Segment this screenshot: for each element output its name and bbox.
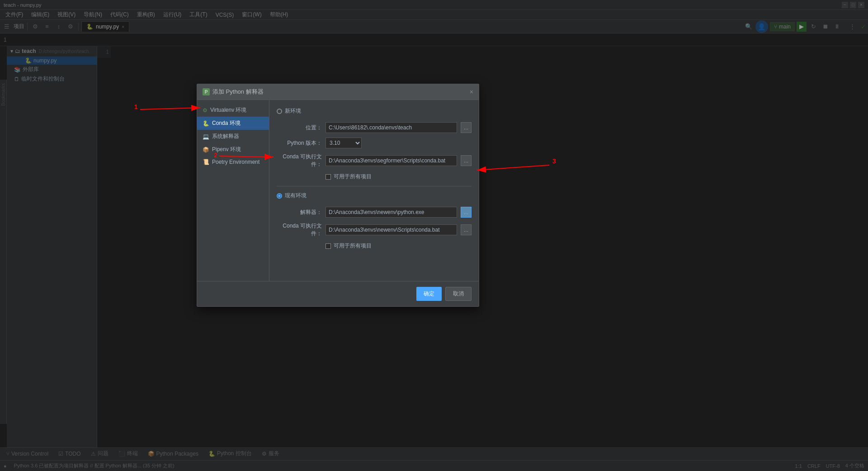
python-version-label: Python 版本： bbox=[277, 139, 322, 147]
new-env-radio-circle bbox=[277, 109, 282, 114]
poetry-label: Poetry Environment bbox=[212, 159, 259, 165]
interpreter-browse-button[interactable]: … bbox=[461, 207, 472, 218]
conda-exe-browse-button[interactable]: … bbox=[461, 155, 472, 166]
make-available-checkbox-1[interactable]: 可用于所有项目 bbox=[326, 173, 472, 181]
system-icon: 💻 bbox=[203, 133, 209, 140]
conda-exe-existing-input[interactable] bbox=[326, 224, 457, 235]
conda-exe-label: Conda 可执行文件： bbox=[277, 153, 322, 168]
interpreter-input[interactable] bbox=[326, 207, 457, 218]
make-available-label-2: 可用于所有项目 bbox=[334, 242, 372, 250]
env-config-panel: 新环境 位置： … Python 版本： 3.10 Conda 可执行文件： … bbox=[269, 100, 479, 281]
dialog-close-button[interactable]: × bbox=[470, 88, 473, 95]
location-label: 位置： bbox=[277, 124, 322, 132]
virtualenv-icon: ⚙ bbox=[203, 107, 208, 114]
dialog-title-bar: P 添加 Python 解释器 × bbox=[197, 84, 479, 100]
pipenv-icon: 📦 bbox=[203, 147, 209, 153]
conda-exe-existing-label: Conda 可执行文件： bbox=[277, 222, 322, 238]
virtualenv-label: Virtualenv 环境 bbox=[210, 106, 246, 114]
step-3-label: 3 bbox=[552, 157, 556, 165]
conda-exe-row: Conda 可执行文件： … bbox=[277, 153, 472, 168]
dialog-title-icon: P bbox=[203, 88, 210, 95]
section-divider bbox=[277, 186, 472, 186]
new-env-label: 新环境 bbox=[285, 107, 301, 115]
make-available-checkbox-2[interactable]: 可用于所有项目 bbox=[326, 242, 472, 250]
dialog-title-text: 添加 Python 解释器 bbox=[212, 88, 264, 96]
step-2-label: 2 bbox=[214, 152, 217, 159]
interpreter-row: 解释器： … bbox=[277, 207, 472, 218]
existing-env-group: 现有环境 bbox=[277, 192, 472, 200]
conda-icon: 🐍 bbox=[203, 120, 209, 127]
make-available-label-1: 可用于所有项目 bbox=[334, 173, 372, 181]
env-virtualenv[interactable]: ⚙ Virtualenv 环境 bbox=[197, 104, 269, 117]
existing-env-radio-circle bbox=[277, 193, 282, 199]
env-mode-group: 新环境 bbox=[277, 107, 472, 115]
location-input[interactable] bbox=[326, 122, 457, 133]
dialog-footer: 确定 取消 bbox=[197, 281, 479, 306]
conda-exe-existing-row: Conda 可执行文件： … bbox=[277, 222, 472, 238]
location-browse-button[interactable]: … bbox=[461, 122, 472, 133]
env-poetry[interactable]: 📜 Poetry Environment bbox=[197, 156, 269, 168]
conda-label: Conda 环境 bbox=[212, 119, 241, 127]
env-conda[interactable]: 🐍 Conda 环境 bbox=[197, 117, 269, 130]
cancel-button[interactable]: 取消 bbox=[445, 287, 472, 301]
make-available-check-1 bbox=[326, 174, 331, 180]
dialog-body: ⚙ Virtualenv 环境 🐍 Conda 环境 💻 系统解释器 📦 Pip… bbox=[197, 100, 479, 281]
python-version-select[interactable]: 3.10 bbox=[326, 138, 362, 148]
poetry-icon: 📜 bbox=[203, 159, 209, 165]
make-available-check-2 bbox=[326, 243, 331, 249]
conda-exe-input[interactable] bbox=[326, 155, 457, 166]
env-type-list: ⚙ Virtualenv 环境 🐍 Conda 环境 💻 系统解释器 📦 Pip… bbox=[197, 100, 269, 281]
existing-env-radio[interactable]: 现有环境 bbox=[277, 192, 307, 200]
confirm-button[interactable]: 确定 bbox=[416, 287, 442, 301]
new-env-radio[interactable]: 新环境 bbox=[277, 107, 301, 115]
step-1-label: 1 bbox=[134, 103, 138, 110]
add-interpreter-dialog: P 添加 Python 解释器 × ⚙ Virtualenv 环境 🐍 Cond… bbox=[197, 84, 479, 307]
env-system[interactable]: 💻 系统解释器 bbox=[197, 130, 269, 143]
existing-env-label: 现有环境 bbox=[285, 192, 307, 200]
system-label: 系统解释器 bbox=[212, 133, 239, 140]
conda-exe-existing-browse-button[interactable]: … bbox=[461, 224, 472, 235]
interpreter-label: 解释器： bbox=[277, 209, 322, 216]
python-version-row: Python 版本： 3.10 bbox=[277, 138, 472, 148]
env-pipenv[interactable]: 📦 Pipenv 环境 bbox=[197, 143, 269, 156]
location-row: 位置： … bbox=[277, 122, 472, 133]
